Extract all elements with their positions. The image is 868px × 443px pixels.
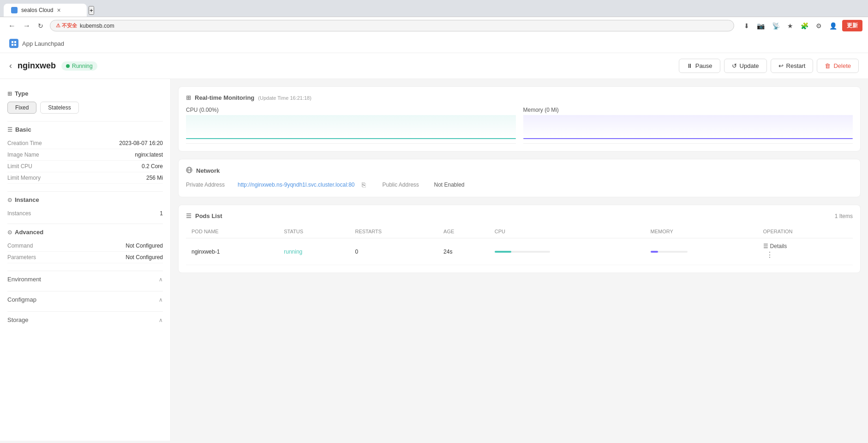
- puzzle-btn[interactable]: 🧩: [798, 21, 811, 30]
- svg-rect-2: [12, 44, 13, 46]
- extensions-btn[interactable]: ⚙: [814, 21, 824, 30]
- details-btn[interactable]: ☰ Details: [763, 243, 787, 249]
- bookmark-btn[interactable]: ★: [785, 21, 796, 30]
- instance-section-header: ⊙ Instance: [7, 196, 163, 203]
- security-warning-icon: ⚠ 不安全: [56, 22, 77, 29]
- divider-3: [7, 224, 163, 224]
- screenshot-btn[interactable]: 📷: [754, 21, 767, 30]
- pods-table-header-row: POD NAME STATUS RESTARTS AGE CPU MEMORY …: [186, 225, 853, 238]
- pause-btn[interactable]: ⏸ Pause: [679, 59, 720, 73]
- fixed-type-btn[interactable]: Fixed: [7, 102, 36, 114]
- tab-title: sealos Cloud: [21, 7, 53, 13]
- limit-memory-value: 256 Mi: [146, 175, 163, 181]
- type-buttons: Fixed Stateless: [7, 102, 163, 114]
- col-memory: MEMORY: [645, 225, 758, 238]
- browser-tab[interactable]: sealos Cloud ×: [4, 4, 87, 17]
- environment-section: Environment ∧: [7, 271, 163, 287]
- pods-title: ☰ Pods List: [186, 212, 222, 219]
- monitoring-label: Real-time Monitoring: [195, 94, 254, 101]
- basic-info-table: Creation Time 2023-08-07 16:20 Image Nam…: [7, 138, 163, 184]
- network-card: Network Private Address http://nginxweb.…: [178, 159, 861, 197]
- svg-rect-1: [14, 41, 16, 43]
- col-operation: OPERATION: [758, 225, 853, 238]
- instance-icon: ⊙: [7, 197, 12, 203]
- delete-icon: 🗑: [825, 62, 831, 69]
- more-options-btn[interactable]: ⋮: [763, 249, 776, 260]
- address-text: kubemsb.com: [80, 23, 114, 29]
- update-time: (Update Time 16:21:18): [258, 95, 311, 101]
- cpu-bar: [495, 251, 511, 253]
- download-btn[interactable]: ⬇: [742, 21, 752, 30]
- back-btn[interactable]: ←: [6, 21, 18, 31]
- instance-section-label: Instance: [15, 196, 39, 203]
- tab-close-btn[interactable]: ×: [57, 6, 60, 14]
- monitoring-icon: ⊞: [186, 94, 191, 101]
- image-name-row: Image Name nginx:latest: [7, 149, 163, 161]
- update-label: Update: [740, 62, 759, 69]
- forward-btn[interactable]: →: [20, 21, 33, 31]
- configmap-header[interactable]: Configmap ∧: [7, 291, 163, 308]
- memory-monitor: Memory (0 Mi): [523, 107, 853, 144]
- creation-time-label: Creation Time: [7, 140, 54, 146]
- cpu-monitor: CPU (0.00%): [186, 107, 516, 144]
- update-btn[interactable]: ↺ Update: [724, 59, 767, 73]
- app-icon: [9, 39, 18, 48]
- memory-bar: [651, 251, 658, 253]
- configmap-label: Configmap: [7, 296, 36, 303]
- network-header: Network: [186, 167, 853, 175]
- image-name-value: nginx:latest: [135, 152, 163, 158]
- parameters-value: Not Configured: [126, 254, 163, 261]
- update-icon: ↺: [732, 62, 737, 69]
- pause-label: Pause: [695, 62, 712, 69]
- private-address-label: Private Address: [186, 182, 232, 188]
- limit-memory-label: Limit Memory: [7, 175, 54, 181]
- environment-chevron: ∧: [159, 276, 163, 283]
- pod-memory-cell: [645, 238, 758, 265]
- reload-btn[interactable]: ↻: [35, 21, 46, 30]
- new-tab-btn[interactable]: +: [89, 6, 94, 15]
- type-section-header: ⊞ Type: [7, 90, 163, 97]
- browser-update-btn[interactable]: 更新: [842, 20, 862, 31]
- command-row: Command Not Configured: [7, 240, 163, 252]
- divider-1: [7, 121, 163, 121]
- pod-cpu-cell: [489, 238, 645, 265]
- memory-chart-area: [523, 115, 853, 138]
- delete-btn[interactable]: 🗑 Delete: [817, 59, 859, 73]
- storage-chevron: ∧: [159, 317, 163, 323]
- configmap-chevron: ∧: [159, 297, 163, 303]
- pod-operation-cell: ☰ Details ⋮: [758, 238, 853, 265]
- stateless-type-btn[interactable]: Stateless: [40, 102, 78, 114]
- pod-status-cell: running: [278, 238, 349, 265]
- memory-label: Memory (0 Mi): [523, 107, 853, 113]
- status-badge: Running: [61, 61, 97, 71]
- back-nav-btn[interactable]: ‹: [9, 61, 12, 71]
- basic-icon: ☰: [7, 127, 12, 133]
- command-value: Not Configured: [126, 243, 163, 249]
- cast-btn[interactable]: 📡: [770, 21, 782, 30]
- pods-table: POD NAME STATUS RESTARTS AGE CPU MEMORY …: [186, 225, 853, 265]
- restart-icon: ↩: [778, 62, 784, 69]
- storage-label: Storage: [7, 316, 29, 323]
- environment-header[interactable]: Environment ∧: [7, 271, 163, 287]
- pods-header: ☰ Pods List 1 Items: [186, 212, 853, 219]
- environment-label: Environment: [7, 276, 41, 283]
- storage-header[interactable]: Storage ∧: [7, 312, 163, 328]
- private-address-link[interactable]: http://nginxweb.ns-9yqndh1l.svc.cluster.…: [238, 182, 354, 188]
- restart-btn[interactable]: ↩ Restart: [771, 59, 814, 73]
- app-title: nginxweb: [18, 61, 56, 71]
- copy-address-btn[interactable]: ⎘: [360, 180, 367, 189]
- memory-chart-border: [523, 143, 853, 144]
- limit-cpu-row: Limit CPU 0.2 Core: [7, 161, 163, 172]
- instances-value: 1: [160, 210, 163, 217]
- profile-btn[interactable]: 👤: [827, 21, 839, 30]
- cpu-chart-line: [186, 138, 516, 139]
- top-bar-left: ‹ nginxweb Running: [9, 61, 97, 71]
- pods-table-head: POD NAME STATUS RESTARTS AGE CPU MEMORY …: [186, 225, 853, 238]
- pods-table-body: nginxweb-1 running 0 24s ☰ Details ⋮: [186, 238, 853, 265]
- command-label: Command: [7, 243, 54, 249]
- details-label: Details: [770, 243, 787, 249]
- col-pod-name: POD NAME: [186, 225, 278, 238]
- network-icon: [186, 167, 192, 175]
- public-address-section: Public Address Not Enabled: [382, 182, 464, 188]
- address-bar[interactable]: ⚠ 不安全 kubemsb.com: [50, 20, 734, 31]
